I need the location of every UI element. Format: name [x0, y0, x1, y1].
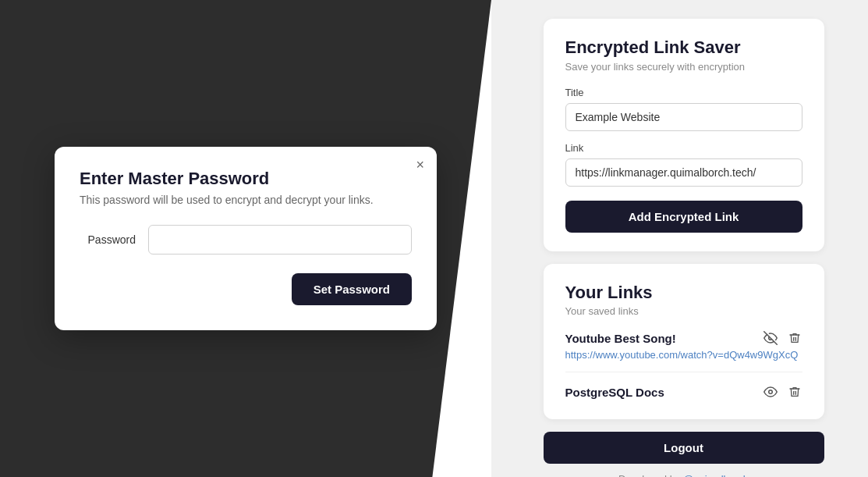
eye-slash-icon — [763, 331, 778, 345]
add-encrypted-link-button[interactable]: Add Encrypted Link — [565, 201, 802, 233]
link-field-label: Link — [565, 142, 802, 154]
logout-button[interactable]: Logout — [544, 432, 824, 464]
modal-close-button[interactable]: × — [416, 158, 424, 172]
toggle-visibility-button[interactable] — [762, 329, 779, 347]
modal-subtitle: This password will be used to encrypt an… — [80, 194, 412, 206]
svg-point-1 — [768, 390, 772, 394]
link-item-name: PostgreSQL Docs — [565, 386, 664, 399]
links-card-subtitle: Your saved links — [565, 305, 802, 317]
link-item-header: Youtube Best Song! — [565, 329, 802, 347]
list-item: Youtube Best Song! — [565, 329, 802, 372]
trash-icon — [788, 385, 801, 399]
password-input[interactable] — [148, 225, 412, 255]
delete-link-button[interactable] — [787, 383, 802, 400]
link-input[interactable] — [565, 158, 802, 187]
right-panel: Encrypted Link Saver Save your links sec… — [491, 0, 868, 477]
link-item-url[interactable]: https://www.youtube.com/watch?v=dQw4w9Wg… — [565, 349, 802, 361]
link-item-actions — [762, 383, 802, 400]
password-label: Password — [80, 233, 136, 246]
add-card-subtitle: Save your links securely with encryption — [565, 61, 802, 73]
link-item-header: PostgreSQL Docs — [565, 383, 802, 400]
footer: Developed by @quimalborch — [618, 473, 749, 477]
link-item-actions — [762, 329, 802, 347]
add-card-title: Encrypted Link Saver — [565, 37, 802, 58]
your-links-card: Your Links Your saved links Youtube Best… — [544, 264, 824, 419]
footer-text: Developed by — [618, 473, 683, 477]
add-link-card: Encrypted Link Saver Save your links sec… — [544, 19, 824, 251]
master-password-modal: × Enter Master Password This password wi… — [55, 147, 437, 330]
title-field-label: Title — [565, 87, 802, 98]
modal-actions: Set Password — [80, 273, 412, 305]
left-panel: × Enter Master Password This password wi… — [0, 0, 491, 477]
links-card-title: Your Links — [565, 283, 802, 303]
eye-icon — [763, 385, 778, 399]
modal-title: Enter Master Password — [80, 169, 412, 189]
link-item-name: Youtube Best Song! — [565, 332, 676, 345]
list-item: PostgreSQL Docs — [565, 383, 802, 400]
delete-link-button[interactable] — [787, 329, 802, 347]
title-input[interactable] — [565, 103, 802, 131]
trash-icon — [788, 331, 801, 345]
toggle-visibility-button[interactable] — [762, 383, 779, 400]
password-form-row: Password — [80, 225, 412, 255]
set-password-button[interactable]: Set Password — [292, 273, 412, 305]
footer-link[interactable]: @quimalborch — [683, 473, 749, 477]
